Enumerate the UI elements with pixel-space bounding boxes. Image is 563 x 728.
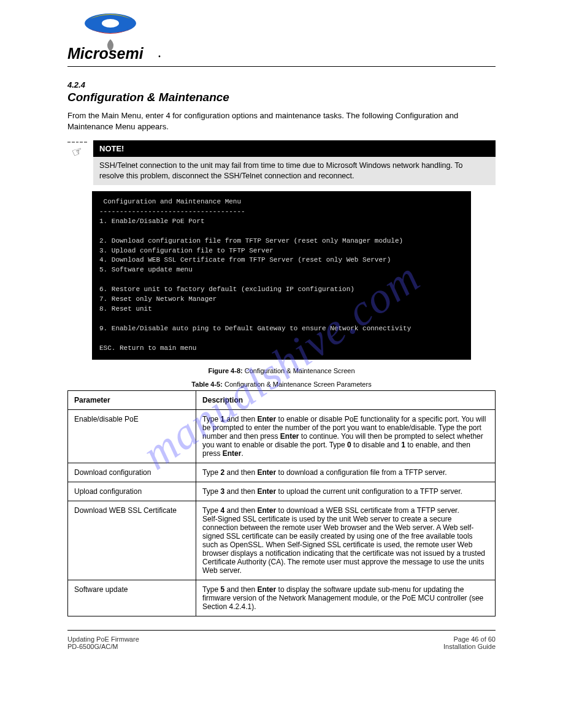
table-label: Table 4-5:	[191, 381, 223, 388]
table-row: Enable/disable PoEType 1 and then Enter …	[68, 409, 496, 463]
section-title: Configuration & Maintenance	[67, 91, 496, 104]
table-row: Software updateType 5 and then Enter to …	[68, 580, 496, 616]
param-cell: Enable/disable PoE	[68, 409, 196, 463]
param-cell: Download WEB SSL Certificate	[68, 501, 196, 580]
desc-cell: Type 2 and then Enter to download a conf…	[196, 463, 496, 482]
brand-logo: Microsemi	[67, 10, 496, 63]
svg-point-3	[159, 56, 161, 58]
figure-caption-text: Configuration & Maintenance Screen	[245, 367, 355, 374]
table-row: Upload configurationType 3 and then Ente…	[68, 482, 496, 501]
table-caption-text: Configuration & Maintenance Screen Param…	[224, 381, 372, 388]
note-body: SSH/Telnet connection to the unit may fa…	[93, 157, 496, 185]
footer-divider	[67, 630, 496, 631]
table-caption: Table 4-5: Configuration & Maintenance S…	[67, 381, 496, 388]
microsemi-logo-icon: Microsemi	[67, 10, 166, 63]
col-header-parameter: Parameter	[68, 390, 196, 409]
desc-cell: Type 5 and then Enter to display the sof…	[196, 580, 496, 616]
section-description: From the Main Menu, enter 4 for configur…	[67, 110, 496, 132]
col-header-description: Description	[196, 390, 496, 409]
terminal-screenshot: Configuration and Maintenance Menu -----…	[92, 191, 471, 360]
param-cell: Download configuration	[68, 463, 196, 482]
hand-point-icon: ☞	[70, 144, 85, 159]
table-row: Download configurationType 2 and then En…	[68, 463, 496, 482]
footer-left-line2: PD-6500G/AC/M	[67, 643, 139, 650]
param-cell: Software update	[68, 580, 196, 616]
desc-cell: Type 1 and then Enter to enable or disab…	[196, 409, 496, 463]
section-number: 4.2.4	[67, 80, 496, 89]
note-block: ☞ NOTE! SSH/Telnet connection to the uni…	[67, 140, 496, 185]
table-row: Download WEB SSL CertificateType 4 and t…	[68, 501, 496, 580]
note-stripe-icon	[67, 142, 87, 143]
footer-left-line1: Updating PoE Firmware	[67, 635, 139, 643]
page-footer: Updating PoE Firmware PD-6500G/AC/M Page…	[67, 635, 496, 650]
footer-page-number: Page 46 of 60	[443, 635, 496, 643]
note-heading: NOTE!	[93, 140, 496, 157]
svg-text:Microsemi: Microsemi	[67, 45, 144, 62]
parameters-table: Parameter Description Enable/disable PoE…	[67, 390, 496, 616]
figure-caption: Figure 4-8: Configuration & Maintenance …	[67, 367, 496, 374]
svg-point-1	[102, 19, 119, 28]
header-divider	[67, 66, 496, 67]
footer-doc-type: Installation Guide	[443, 643, 496, 650]
param-cell: Upload configuration	[68, 482, 196, 501]
figure-label: Figure 4-8:	[208, 367, 242, 374]
note-icon-col: ☞	[67, 140, 87, 185]
desc-cell: Type 3 and then Enter to upload the curr…	[196, 482, 496, 501]
desc-cell: Type 4 and then Enter to download a WEB …	[196, 501, 496, 580]
